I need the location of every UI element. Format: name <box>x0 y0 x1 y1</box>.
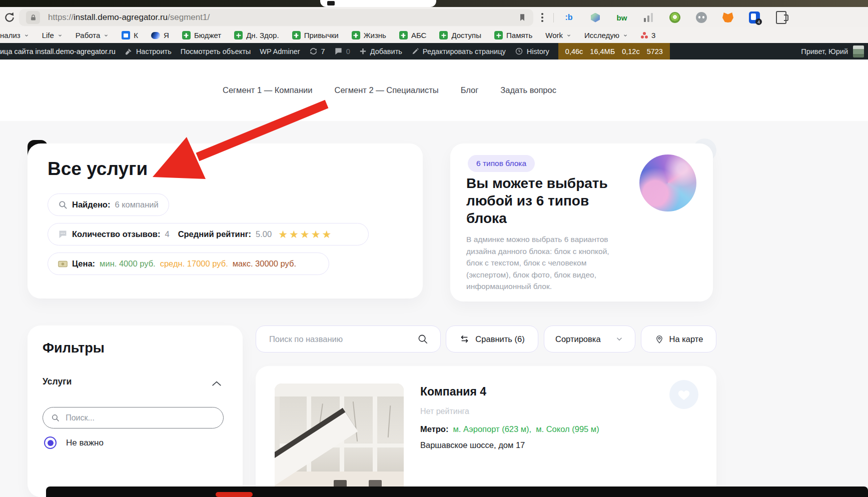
admin-avatar[interactable] <box>853 46 864 58</box>
browser-toolbar: https://install.demo-agregator.ru/segmen… <box>0 7 868 28</box>
bookmark-item[interactable]: Я <box>151 31 169 40</box>
reader-extension-icon[interactable]: 4 <box>748 11 761 24</box>
brush-icon <box>125 48 133 56</box>
wp-admin-bar: ица сайта install.demo-agregator.ru Наст… <box>0 43 868 60</box>
nav-segment2[interactable]: Сегмент 2 — Специалисты <box>335 86 439 95</box>
performance-stats: 0,46с 16,4МБ 0,12с 5723 <box>558 43 670 60</box>
admin-comments[interactable]: 0 <box>334 48 350 56</box>
company-card[interactable]: Компания 4 Нет рейтинга Метро: м. Аэропо… <box>256 366 716 497</box>
name-search-field[interactable] <box>256 326 441 352</box>
company-address: Варшавское шоссе, дом 17 <box>420 440 525 450</box>
nav-segment1[interactable]: Сегмент 1 — Компании <box>223 86 313 95</box>
admin-adminer[interactable]: WP Adminer <box>260 48 300 56</box>
admin-history[interactable]: History <box>515 47 549 56</box>
filter-search-field[interactable] <box>43 407 224 428</box>
bookmark-folder[interactable]: Исследую <box>584 31 628 40</box>
admin-edit-page[interactable]: Редактировать страницу <box>411 48 506 56</box>
admin-add-new[interactable]: Добавить <box>359 48 402 56</box>
clock-icon <box>515 47 523 56</box>
name-search-input[interactable] <box>268 334 417 344</box>
bookmark-item[interactable]: Привычки <box>292 31 339 40</box>
bookmark-item[interactable]: К <box>122 31 138 40</box>
admin-updates[interactable]: 7 <box>309 47 325 56</box>
browser-menu-icon[interactable] <box>541 13 543 22</box>
calendar-icon <box>122 31 130 40</box>
services-summary-card: Все услуги Найдено: 6 компаний Количеств… <box>28 144 423 298</box>
perf-memory: 16,4МБ <box>590 48 615 56</box>
bitwarden-extension-icon[interactable]: bw <box>615 11 628 24</box>
metro-link-1[interactable]: м. Аэропорт (623 м), <box>453 424 531 434</box>
yandex-icon <box>151 32 160 39</box>
company-metro-row: Метро: м. Аэропорт (623 м), м. Сокол (99… <box>420 424 599 434</box>
gear-extension-icon[interactable] <box>668 11 681 24</box>
bookmark-item[interactable]: Жизнь <box>352 31 386 40</box>
chevron-up-icon[interactable] <box>212 380 222 386</box>
extension-badge: 4 <box>755 18 762 25</box>
found-label: Найдено: <box>72 200 110 210</box>
updates-icon <box>309 47 318 56</box>
bookmark-folder[interactable]: нализ <box>0 31 29 40</box>
filter-option-row[interactable]: Не важно <box>44 436 104 449</box>
green-plus-icon <box>494 31 503 40</box>
bookmark-item[interactable]: Память <box>494 31 532 40</box>
radio-label: Не важно <box>66 438 104 448</box>
bookmark-folder[interactable]: Life <box>42 31 63 40</box>
url-bar[interactable]: https://install.demo-agregator.ru/segmen… <box>19 9 533 26</box>
green-plus-icon <box>234 31 243 40</box>
green-plus-icon <box>352 31 360 40</box>
bookmark-item[interactable]: Бюджет <box>182 31 221 40</box>
company-photo[interactable] <box>275 384 404 497</box>
perf-sqltime: 0,12с <box>622 48 639 56</box>
comment-icon <box>334 48 343 55</box>
radio-selected-icon[interactable] <box>44 436 57 449</box>
bookmark-item[interactable]: АБС <box>399 31 427 40</box>
chat-icon <box>58 230 68 238</box>
reviews-label: Количество отзывов: <box>72 230 160 239</box>
red-dots-icon <box>641 32 648 39</box>
price-min: мин. 4000 руб. <box>100 259 156 268</box>
sort-dropdown[interactable]: Сортировка <box>544 326 635 352</box>
cube-extension-icon[interactable] <box>589 11 602 24</box>
bookmark-folder[interactable]: Work <box>545 31 571 40</box>
nav-blog[interactable]: Блог <box>461 86 479 95</box>
filter-search-input[interactable] <box>65 413 215 423</box>
bookmark-item[interactable]: Дн. Здор. <box>234 31 279 40</box>
admin-view-objects[interactable]: Посмотреть объекты <box>181 48 251 56</box>
stats-extension-icon[interactable] <box>642 11 655 24</box>
map-pin-icon <box>654 334 664 344</box>
bookmark-folder[interactable]: Работа <box>76 31 109 40</box>
promo-title: Вы можете выбрать любой из 6 типов блока <box>466 174 621 227</box>
map-button[interactable]: На карте <box>641 326 716 352</box>
main-nav: Сегмент 1 — Компании Сегмент 2 — Специал… <box>223 60 556 121</box>
reload-icon[interactable] <box>3 11 16 24</box>
boosty-extension-icon[interactable]: :b <box>562 11 575 24</box>
robot-extension-icon[interactable] <box>695 11 708 24</box>
admin-site-link[interactable]: ица сайта install.demo-agregator.ru <box>0 48 116 56</box>
clipboard-extension-icon[interactable] <box>774 11 787 24</box>
bookmark-item[interactable]: Доступы <box>439 31 481 40</box>
metro-label: Метро: <box>420 424 448 434</box>
nav-ask-question[interactable]: Задать вопрос <box>500 86 556 95</box>
reviews-badge: Количество отзывов: 4 Средний рейтинг: 5… <box>48 223 369 246</box>
url-domain: install.demo-agregator.ru <box>74 12 168 22</box>
metro-link-2[interactable]: м. Сокол (995 м) <box>536 424 599 434</box>
admin-greeting[interactable]: Привет, Юрий <box>801 48 848 56</box>
search-icon <box>51 413 60 422</box>
reviews-value: 4 <box>165 230 169 239</box>
filter-group-services[interactable]: Услуги <box>43 376 72 387</box>
promo-badge: 6 типов блока <box>468 155 535 172</box>
bookmark-item[interactable]: 3 <box>641 31 655 40</box>
admin-customize[interactable]: Настроить <box>125 48 172 56</box>
company-name[interactable]: Компания 4 <box>420 385 486 398</box>
desktop-strip <box>0 0 868 7</box>
lock-icon[interactable] <box>26 11 40 24</box>
metamask-extension-icon[interactable] <box>721 11 734 24</box>
floating-window-edge <box>320 0 436 7</box>
page-title: Все услуги <box>48 158 148 180</box>
compare-button[interactable]: Сравнить (6) <box>446 326 538 352</box>
found-badge: Найдено: 6 компаний <box>48 194 169 216</box>
url-scheme: https:// <box>48 12 74 22</box>
url-path: /segment1/ <box>168 12 210 22</box>
favorite-button[interactable] <box>669 380 698 409</box>
bookmark-flag-icon[interactable] <box>518 13 526 22</box>
